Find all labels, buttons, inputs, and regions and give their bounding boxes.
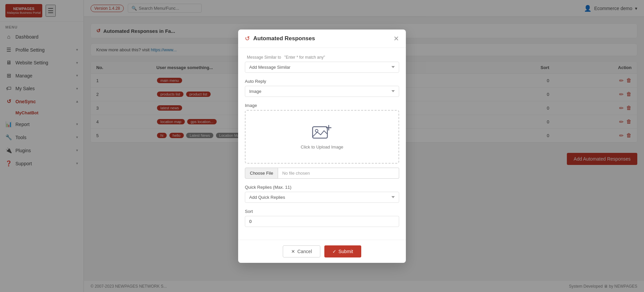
sort-label: Sort xyxy=(245,209,399,214)
message-similar-label: Message Similar to "Enter * for match an… xyxy=(245,55,399,60)
modal-close-button[interactable]: ✕ xyxy=(393,35,399,42)
message-similar-group: Message Similar to "Enter * for match an… xyxy=(245,55,399,73)
modal-footer: ✕ Cancel ✓ Submit xyxy=(238,240,406,263)
file-name-display: No file chosen xyxy=(278,168,399,179)
image-label: Image xyxy=(245,103,399,108)
modal-title: Automated Responses xyxy=(253,35,390,42)
image-upload-area[interactable]: Click to Upload Image xyxy=(245,110,399,164)
automated-responses-modal: ↺ Automated Responses ✕ Message Similar … xyxy=(238,30,406,263)
quick-replies-select[interactable]: Add Quick Replies xyxy=(245,192,399,203)
sort-input[interactable]: 0 xyxy=(245,216,399,227)
upload-text: Click to Upload Image xyxy=(252,144,392,150)
choose-file-button[interactable]: Choose File xyxy=(245,168,278,179)
modal-overlay[interactable]: ↺ Automated Responses ✕ Message Similar … xyxy=(0,0,644,292)
quick-replies-label: Quick Replies (Max. 11) xyxy=(245,185,399,190)
modal-title-icon: ↺ xyxy=(245,35,250,42)
submit-button[interactable]: ✓ Submit xyxy=(324,245,361,257)
message-similar-select[interactable]: Add Message Similar xyxy=(245,62,399,73)
file-input-row: Choose File No file chosen xyxy=(245,168,399,179)
cancel-button[interactable]: ✕ Cancel xyxy=(283,245,320,257)
svg-rect-0 xyxy=(313,127,327,138)
auto-reply-select[interactable]: Image Text Button Product Quick Reply xyxy=(245,86,399,97)
cancel-icon: ✕ xyxy=(291,249,295,254)
quick-replies-group: Quick Replies (Max. 11) Add Quick Replie… xyxy=(245,185,399,203)
svg-point-1 xyxy=(315,129,318,132)
check-icon: ✓ xyxy=(332,249,336,254)
upload-image-icon xyxy=(252,124,392,142)
sort-group: Sort 0 xyxy=(245,209,399,227)
image-group: Image Click to Upload Image xyxy=(245,103,399,179)
auto-reply-group: Auto Reply Image Text Button Product Qui… xyxy=(245,79,399,97)
auto-reply-label: Auto Reply xyxy=(245,79,399,84)
modal-header: ↺ Automated Responses ✕ xyxy=(238,30,406,48)
modal-body: Message Similar to "Enter * for match an… xyxy=(238,48,406,240)
